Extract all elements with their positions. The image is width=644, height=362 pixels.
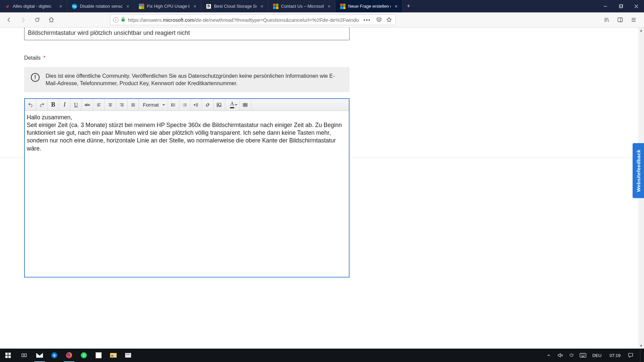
- start-button[interactable]: [0, 349, 16, 362]
- window-close[interactable]: [629, 0, 644, 12]
- redo-button[interactable]: [36, 99, 48, 111]
- svg-point-5: [171, 105, 172, 105]
- privacy-notice: ! Dies ist eine öffentliche Community. V…: [24, 67, 350, 92]
- window-controls: [598, 0, 644, 12]
- task-view-button[interactable]: [16, 349, 32, 362]
- svg-point-4: [171, 103, 172, 104]
- pocket-icon[interactable]: [375, 14, 383, 25]
- taskbar-app-mail[interactable]: [32, 349, 47, 362]
- svg-rect-12: [243, 103, 247, 106]
- close-icon[interactable]: ×: [393, 4, 399, 9]
- touch-keyboard-icon[interactable]: [579, 353, 587, 358]
- favicon-microsoft: [273, 4, 278, 9]
- window-maximize[interactable]: [613, 0, 629, 12]
- editor-line: Hallo zusammen,: [27, 114, 347, 121]
- tab-digitec[interactable]: d Alles digital - digitec ×: [0, 0, 67, 12]
- strikethrough-button[interactable]: abc: [82, 99, 93, 111]
- svg-point-6: [171, 106, 172, 106]
- site-info-icon[interactable]: i: [113, 17, 118, 22]
- windows-taskbar: ✆ DEU 07:19: [0, 349, 644, 362]
- underline-button[interactable]: U: [70, 99, 82, 111]
- favicon-b: B: [206, 4, 211, 9]
- svg-rect-15: [580, 353, 586, 357]
- rich-text-editor: B I U abc Format 123 A Hallo zusammen, S…: [24, 98, 350, 278]
- nav-reload[interactable]: [32, 14, 43, 25]
- table-button[interactable]: [240, 99, 251, 111]
- power-icon[interactable]: [568, 353, 576, 358]
- indent-button[interactable]: [191, 99, 202, 111]
- tab-title: Disable rotation senso: [80, 4, 122, 9]
- format-label: Format: [143, 102, 159, 108]
- taskbar-app-whatsapp[interactable]: ✆: [76, 349, 91, 362]
- tab-cloud[interactable]: B Best Cloud Storage So ×: [201, 0, 268, 12]
- taskbar-app-calendar[interactable]: [91, 349, 106, 362]
- svg-rect-10: [217, 103, 221, 107]
- bold-button[interactable]: B: [48, 99, 59, 111]
- editor-body[interactable]: Hallo zusammen, Seit einiger Zeit (ca. 3…: [25, 111, 349, 277]
- browser-navbar: i https://answers.microsoft.com/de-de/ne…: [0, 12, 644, 27]
- favicon-digitec: d: [5, 4, 10, 9]
- taskbar-app-edge[interactable]: [47, 349, 62, 362]
- page-actions-icon[interactable]: •••: [362, 17, 373, 23]
- align-center-button[interactable]: [105, 99, 116, 111]
- format-dropdown[interactable]: Format: [139, 99, 168, 111]
- scroll-down-arrow[interactable]: ▼: [638, 343, 644, 349]
- close-icon[interactable]: ×: [326, 4, 332, 9]
- window-minimize[interactable]: [598, 0, 613, 12]
- library-icon[interactable]: [601, 14, 612, 25]
- scroll-up-arrow[interactable]: ▲: [638, 27, 644, 33]
- tray-chevron-icon[interactable]: [545, 353, 553, 358]
- new-tab-button[interactable]: +: [402, 0, 415, 12]
- show-desktop-button[interactable]: [640, 349, 642, 362]
- editor-paragraph: Seit einiger Zeit (ca. 3 Monate) stürzt …: [27, 121, 347, 152]
- editor-toolbar: B I U abc Format 123 A: [25, 99, 349, 111]
- volume-muted-icon[interactable]: [556, 352, 564, 358]
- sidebar-icon[interactable]: [614, 14, 626, 25]
- taskbar-app-firefox[interactable]: [62, 349, 76, 362]
- italic-button[interactable]: I: [59, 99, 70, 111]
- question-form: Bildschirmtastatur wird plötzlich unsich…: [0, 27, 644, 278]
- action-center-icon[interactable]: [627, 352, 635, 358]
- bookmark-star-icon[interactable]: [385, 14, 393, 25]
- feedback-tab[interactable]: Websitefeedback: [633, 143, 644, 198]
- url-bar[interactable]: i https://answers.microsoft.com/de-de/ne…: [110, 14, 396, 25]
- tab-title: Best Cloud Storage So: [214, 4, 257, 9]
- menu-icon[interactable]: [628, 14, 639, 25]
- bulleted-list-button[interactable]: [168, 99, 179, 111]
- url-prefix: https://answers.: [128, 17, 163, 23]
- taskbar-app-generic[interactable]: [121, 349, 136, 362]
- toolbar-right: [601, 14, 641, 25]
- tab-newquestion[interactable]: Neue Frage erstellen o ×: [335, 0, 402, 12]
- close-icon[interactable]: ×: [125, 4, 130, 9]
- close-icon[interactable]: ×: [259, 4, 265, 9]
- nav-back[interactable]: [3, 14, 15, 25]
- favicon-generic: [139, 4, 144, 9]
- text-color-button[interactable]: A: [225, 99, 240, 111]
- url-text: https://answers.microsoft.com/de-de/newt…: [128, 17, 359, 23]
- numbered-list-button[interactable]: 123: [179, 99, 191, 111]
- taskbar-clock[interactable]: 07:19: [607, 353, 623, 358]
- required-mark: *: [43, 55, 45, 61]
- tab-hp[interactable]: hp Disable rotation senso ×: [67, 0, 134, 12]
- image-button[interactable]: [214, 99, 225, 111]
- tab-cpu[interactable]: Fix High CPU Usage b ×: [134, 0, 201, 12]
- svg-rect-13: [22, 354, 23, 357]
- tab-contact[interactable]: Contact Us – Microsof ×: [268, 0, 335, 12]
- svg-rect-0: [620, 5, 623, 8]
- alert-icon: !: [31, 73, 40, 82]
- close-icon[interactable]: ×: [192, 4, 198, 9]
- subject-input[interactable]: Bildschirmtastatur wird plötzlich unsich…: [24, 27, 350, 40]
- nav-home[interactable]: [46, 14, 57, 25]
- feedback-label: Websitefeedback: [636, 149, 641, 192]
- align-left-button[interactable]: [93, 99, 105, 111]
- close-icon[interactable]: ×: [58, 4, 63, 9]
- svg-rect-14: [25, 354, 26, 357]
- align-justify-button[interactable]: [127, 99, 139, 111]
- tab-title: Fix High CPU Usage b: [147, 4, 190, 9]
- taskbar-app-explorer[interactable]: [106, 349, 121, 362]
- link-button[interactable]: [202, 99, 214, 111]
- input-language[interactable]: DEU: [590, 353, 603, 358]
- undo-button[interactable]: [25, 99, 36, 111]
- align-right-button[interactable]: [116, 99, 127, 111]
- nav-forward[interactable]: [17, 14, 29, 25]
